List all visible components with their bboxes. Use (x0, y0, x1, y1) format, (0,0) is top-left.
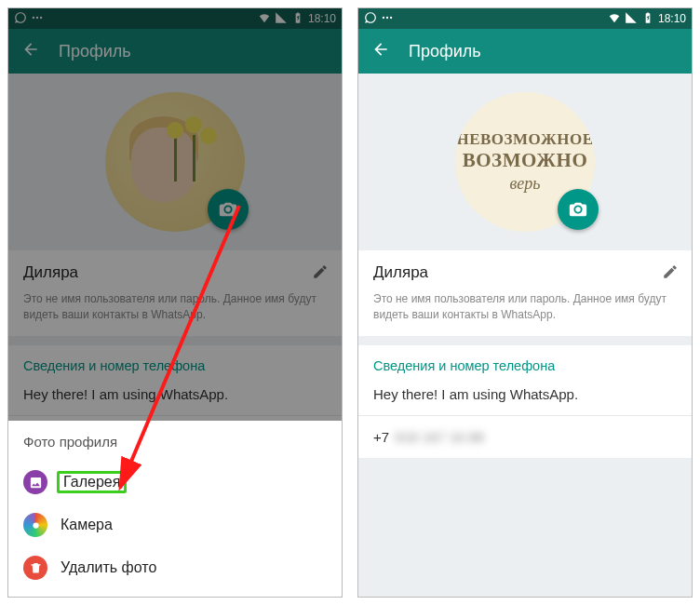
app-bar: Профиль (358, 29, 692, 74)
trash-icon (23, 556, 47, 580)
name-card[interactable]: Диляра Это не имя пользователя или парол… (358, 250, 692, 336)
status-bar: 18:10 (8, 8, 342, 29)
phone-number[interactable]: +7 918 167 16 88 (358, 416, 692, 458)
battery-icon (641, 11, 654, 27)
camera-option-icon (23, 513, 47, 537)
more-icon (381, 11, 394, 27)
pencil-icon[interactable] (662, 263, 679, 280)
edit-photo-button[interactable] (208, 189, 249, 230)
svg-point-1 (36, 16, 38, 18)
status-bar: 18:10 (358, 8, 692, 29)
status-message[interactable]: Hey there! I am using WhatsApp. (358, 373, 692, 415)
wifi-icon (608, 11, 621, 27)
camera-icon (568, 199, 588, 220)
appbar-title: Профиль (409, 42, 481, 61)
more-icon (31, 11, 44, 27)
photo-picker-sheet: Фото профиля Галерея Камера Удалить фото (8, 421, 342, 597)
avatar-section (8, 74, 342, 250)
svg-point-6 (386, 16, 388, 18)
avatar-text-3: верь (510, 174, 541, 194)
status-time: 18:10 (658, 12, 686, 25)
gallery-label: Галерея (57, 471, 127, 493)
svg-point-0 (33, 16, 34, 18)
battery-icon (291, 11, 304, 27)
delete-label: Удалить фото (61, 559, 156, 576)
name-hint: Это не имя пользователя или пароль. Данн… (373, 291, 677, 323)
sheet-option-gallery[interactable]: Галерея (23, 461, 327, 504)
info-section-title: Сведения и номер телефона (8, 345, 342, 373)
name-card[interactable]: Диляра Это не имя пользователя или парол… (8, 250, 342, 336)
signal-icon (625, 11, 638, 27)
svg-point-5 (383, 16, 384, 18)
name-hint: Это не имя пользователя или пароль. Данн… (23, 291, 327, 323)
sheet-title: Фото профиля (23, 434, 327, 450)
whatsapp-icon (364, 11, 377, 27)
edit-photo-button[interactable] (558, 189, 599, 230)
avatar-text-1: НЕВОЗМОЖНОЕ (456, 130, 593, 149)
appbar-title: Профиль (59, 42, 131, 61)
info-section-title: Сведения и номер телефона (358, 345, 692, 373)
phone-left: 18:10 Профиль Диляра (7, 7, 343, 598)
back-icon[interactable] (21, 40, 40, 63)
sheet-option-camera[interactable]: Камера (23, 504, 327, 546)
sheet-option-delete[interactable]: Удалить фото (23, 546, 327, 589)
signal-icon (275, 11, 288, 27)
whatsapp-icon (14, 11, 27, 27)
camera-label: Камера (61, 517, 113, 533)
status-message[interactable]: Hey there! I am using WhatsApp. (8, 373, 342, 415)
svg-point-7 (390, 16, 392, 18)
svg-point-2 (40, 16, 42, 18)
wifi-icon (258, 11, 271, 27)
profile-name: Диляра (373, 263, 677, 282)
status-time: 18:10 (308, 12, 336, 25)
avatar-section: НЕВОЗМОЖНОЕ ВОЗМОЖНО верь (358, 74, 692, 250)
back-icon[interactable] (371, 40, 390, 63)
svg-point-3 (33, 522, 38, 528)
profile-name: Диляра (23, 263, 327, 282)
pencil-icon[interactable] (312, 263, 329, 280)
avatar-text-2: ВОЗМОЖНО (463, 149, 588, 172)
gallery-icon (23, 470, 47, 494)
app-bar: Профиль (8, 29, 342, 74)
phone-right: 18:10 Профиль НЕВОЗМОЖНОЕ ВОЗМОЖНО верь … (357, 7, 693, 598)
camera-icon (218, 199, 238, 220)
